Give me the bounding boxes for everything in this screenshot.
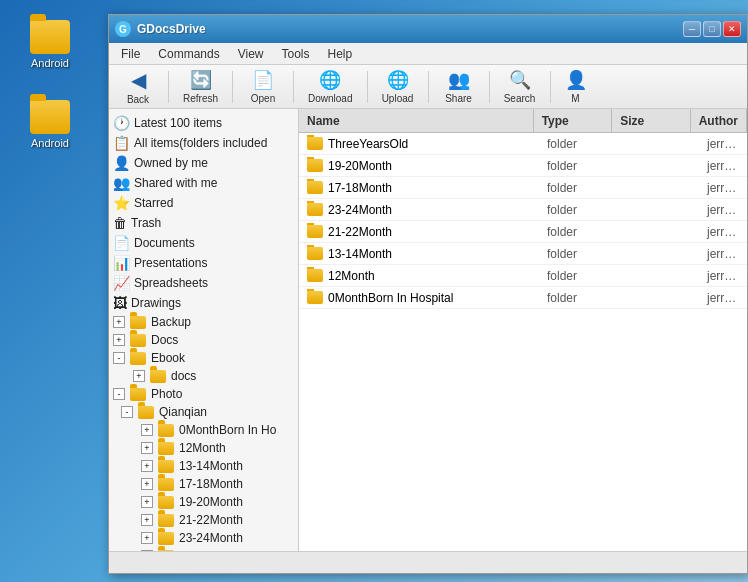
tree-21-22month-label: 21-22Month xyxy=(179,513,243,527)
table-row[interactable]: ThreeYearsOldfolderjerrywjh xyxy=(299,133,747,155)
col-header-type[interactable]: Type xyxy=(534,109,613,132)
sidebar-item-documents[interactable]: 📄 Documents xyxy=(109,233,298,253)
table-row[interactable]: 21-22Monthfolderjerrywjh xyxy=(299,221,747,243)
sidebar-item-drawings[interactable]: 🖼 Drawings xyxy=(109,293,298,313)
upload-label: Upload xyxy=(382,93,414,104)
minimize-button[interactable]: ─ xyxy=(683,21,701,37)
folder-0month-icon xyxy=(158,424,174,437)
toolbar-sep-3 xyxy=(293,71,294,103)
tree-17-18month[interactable]: 17-18Month xyxy=(141,475,298,493)
app-icon: G xyxy=(115,21,131,37)
sidebar-item-presentations[interactable]: 📊 Presentations xyxy=(109,253,298,273)
expander-17-18month[interactable] xyxy=(141,478,153,490)
expander-ebook-docs[interactable] xyxy=(133,370,145,382)
table-row[interactable]: 13-14Monthfolderjerrywjh xyxy=(299,243,747,265)
sidebar-item-latest[interactable]: 🕐 Latest 100 items xyxy=(109,113,298,133)
tree-ebook-docs[interactable]: docs xyxy=(133,367,298,385)
title-bar: G GDocsDrive ─ □ ✕ xyxy=(109,15,747,43)
expander-0month[interactable] xyxy=(141,424,153,436)
table-row[interactable]: 12Monthfolderjerrywjh xyxy=(299,265,747,287)
desktop-icon-android2[interactable]: Android xyxy=(18,100,82,149)
sidebar-item-owned[interactable]: 👤 Owned by me xyxy=(109,153,298,173)
file-size-cell xyxy=(619,142,699,146)
upload-button[interactable]: 🌐 Upload xyxy=(373,68,423,106)
file-author-cell: jerrywjh xyxy=(699,135,747,153)
tree-17-18month-label: 17-18Month xyxy=(179,477,243,491)
table-row[interactable]: 0MonthBorn In Hospitalfolderjerrywjh xyxy=(299,287,747,309)
tree-ebook[interactable]: Ebook xyxy=(109,349,298,367)
menu-commands[interactable]: Commands xyxy=(150,45,227,63)
desktop-icon-label-2: Android xyxy=(31,137,69,149)
user-icon: 👤 xyxy=(113,155,130,171)
sidebar-item-all[interactable]: 📋 All items(folders included xyxy=(109,133,298,153)
tree-12month[interactable]: 12Month xyxy=(141,439,298,457)
menu-file[interactable]: File xyxy=(113,45,148,63)
sidebar: 🕐 Latest 100 items 📋 All items(folders i… xyxy=(109,109,299,551)
file-list: ThreeYearsOldfolderjerrywjh19-20Monthfol… xyxy=(299,133,747,551)
expander-21-22month[interactable] xyxy=(141,514,153,526)
tree-13-14month[interactable]: 13-14Month xyxy=(141,457,298,475)
file-name-cell: 13-14Month xyxy=(299,245,539,263)
refresh-button[interactable]: 🔄 Refresh xyxy=(174,68,227,106)
main-panel: Name Type Size Author ThreeYearsOldfolde… xyxy=(299,109,747,551)
menu-tools[interactable]: Tools xyxy=(274,45,318,63)
share-label: Share xyxy=(445,93,472,104)
tree-13-14month-label: 13-14Month xyxy=(179,459,243,473)
expander-23-24month[interactable] xyxy=(141,532,153,544)
file-name: 19-20Month xyxy=(328,159,392,173)
file-name: ThreeYearsOld xyxy=(328,137,408,151)
sidebar-item-shared[interactable]: 👥 Shared with me xyxy=(109,173,298,193)
sidebar-item-latest-label: Latest 100 items xyxy=(134,116,222,130)
file-name-cell: 0MonthBorn In Hospital xyxy=(299,289,539,307)
expander-photo[interactable] xyxy=(113,388,125,400)
sidebar-item-presentations-label: Presentations xyxy=(134,256,207,270)
tree-qianqian[interactable]: Qianqian xyxy=(121,403,298,421)
table-row[interactable]: 23-24Monthfolderjerrywjh xyxy=(299,199,747,221)
back-icon: ◀ xyxy=(131,68,146,92)
desktop-icon-android[interactable]: Android xyxy=(18,20,82,69)
tree-photo[interactable]: Photo xyxy=(109,385,298,403)
share-button[interactable]: 👥 Share xyxy=(434,68,484,106)
expander-13-14month[interactable] xyxy=(141,460,153,472)
open-button[interactable]: 📄 Open xyxy=(238,68,288,106)
tree-backup[interactable]: Backup xyxy=(109,313,298,331)
col-header-name[interactable]: Name xyxy=(299,109,534,132)
table-row[interactable]: 17-18Monthfolderjerrywjh xyxy=(299,177,747,199)
sidebar-item-starred[interactable]: ⭐ Starred xyxy=(109,193,298,213)
search-button[interactable]: 🔍 Search xyxy=(495,68,545,106)
back-button[interactable]: ◀ Back xyxy=(113,68,163,106)
col-header-author[interactable]: Author xyxy=(691,109,747,132)
more-icon: 👤 xyxy=(565,69,587,91)
sidebar-item-shared-label: Shared with me xyxy=(134,176,217,190)
menu-view[interactable]: View xyxy=(230,45,272,63)
table-row[interactable]: 19-20Monthfolderjerrywjh xyxy=(299,155,747,177)
expander-19-20month[interactable] xyxy=(141,496,153,508)
menu-bar: File Commands View Tools Help xyxy=(109,43,747,65)
expander-qianqian[interactable] xyxy=(121,406,133,418)
expander-backup[interactable] xyxy=(113,316,125,328)
close-button[interactable]: ✕ xyxy=(723,21,741,37)
folder-icon-large-2 xyxy=(30,100,70,134)
tree-0month[interactable]: 0MonthBorn In Ho xyxy=(141,421,298,439)
tree-23-24month[interactable]: 23-24Month xyxy=(141,529,298,547)
spreadsheets-icon: 📈 xyxy=(113,275,130,291)
more-button[interactable]: 👤 M xyxy=(556,68,596,106)
expander-12month[interactable] xyxy=(141,442,153,454)
file-size-cell xyxy=(619,186,699,190)
window-title: GDocsDrive xyxy=(137,22,677,36)
tree-21-22month[interactable]: 21-22Month xyxy=(141,511,298,529)
file-type-cell: folder xyxy=(539,223,619,241)
sidebar-item-trash[interactable]: 🗑 Trash xyxy=(109,213,298,233)
tree-docs[interactable]: Docs xyxy=(109,331,298,349)
sidebar-item-spreadsheets[interactable]: 📈 Spreadsheets xyxy=(109,273,298,293)
tree-ebook-docs-label: docs xyxy=(171,369,196,383)
tree-19-20month[interactable]: 19-20Month xyxy=(141,493,298,511)
download-button[interactable]: 🌐 Download xyxy=(299,68,361,106)
expander-docs[interactable] xyxy=(113,334,125,346)
expander-ebook[interactable] xyxy=(113,352,125,364)
col-header-size[interactable]: Size xyxy=(612,109,691,132)
file-name: 17-18Month xyxy=(328,181,392,195)
maximize-button[interactable]: □ xyxy=(703,21,721,37)
file-author-cell: jerrywjh xyxy=(699,157,747,175)
menu-help[interactable]: Help xyxy=(320,45,361,63)
